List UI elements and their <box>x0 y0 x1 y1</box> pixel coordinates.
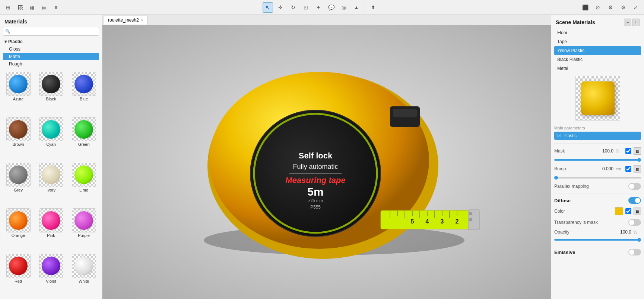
image-tool-btn[interactable]: 🖼 <box>15 2 25 13</box>
transparency-row: Transparency is mask <box>551 217 644 228</box>
bump-slider-row <box>551 174 644 181</box>
tab-close-btn[interactable]: × <box>141 18 143 22</box>
search-input[interactable] <box>3 27 99 36</box>
tab-bar: roulette_mesh2 × <box>102 15 551 25</box>
move-tool-btn[interactable]: ✛ <box>275 2 286 13</box>
list-item[interactable]: White <box>69 253 99 296</box>
viewport-canvas[interactable]: Self lock Fully automatic Measuring tape… <box>102 25 551 299</box>
svg-rect-28 <box>469 212 472 215</box>
scene-mat-yellow-plastic[interactable]: Yellow Plastic <box>554 46 641 55</box>
parallax-toggle[interactable] <box>628 183 641 190</box>
scene-mat-tape[interactable]: Tape <box>554 37 641 46</box>
menu-tool-btn[interactable]: ≡ <box>51 2 61 13</box>
tree-item-matte[interactable]: Matte <box>3 53 99 60</box>
toolbar-center: ↖ ✛ ↻ ⊡ ✦ 💬 ◎ ▲ ⬆ <box>263 2 378 13</box>
target-tool-btn[interactable]: ◎ <box>339 2 349 13</box>
mat-label-white: White <box>79 279 89 283</box>
opacity-row: Opacity 100.0 % <box>551 228 644 237</box>
svg-text:4: 4 <box>426 218 429 225</box>
tree-item-rough[interactable]: Rough <box>3 60 99 68</box>
cube-btn[interactable]: ⬛ <box>580 2 590 13</box>
list-item[interactable]: Violet <box>36 253 66 296</box>
list-item[interactable]: Azure <box>3 71 34 114</box>
gear-btn[interactable]: ⚙ <box>618 2 628 13</box>
scene-mat-floor[interactable]: Floor <box>554 28 641 37</box>
opacity-label: Opacity <box>554 229 610 235</box>
parallax-row: Parallax mapping <box>551 181 644 192</box>
list-item[interactable]: Orange <box>3 207 34 250</box>
collapse-icon: ▾ <box>4 39 7 44</box>
tree-category-label: Plastic <box>8 39 23 44</box>
list-item[interactable]: Cyan <box>36 116 66 159</box>
viewport-tab[interactable]: roulette_mesh2 × <box>104 16 147 25</box>
transparency-label: Transparency is mask <box>554 220 626 225</box>
list-item[interactable]: Lime <box>69 162 99 205</box>
main-area: Materials 🔍 ▾ Plastic Gloss Matte Rough … <box>0 15 644 299</box>
tree-category-plastic[interactable]: ▾ Plastic <box>3 38 99 45</box>
scale-tool-btn[interactable]: ⊡ <box>301 2 311 13</box>
chat-tool-btn[interactable]: 💬 <box>326 2 336 13</box>
list-item[interactable]: Grey <box>3 162 34 205</box>
mask-value: 100.0 <box>595 148 613 154</box>
plus-btn[interactable]: + <box>632 19 640 26</box>
color-file-btn[interactable]: ▦ <box>634 208 641 215</box>
list-item[interactable]: Ivory <box>36 162 66 205</box>
preview-box <box>575 76 620 120</box>
color-picker-btn[interactable] <box>615 207 623 215</box>
svg-text:P555: P555 <box>310 205 321 210</box>
mat-label-violet: Violet <box>46 279 56 283</box>
scene-materials-title: Scene Materials <box>556 19 595 25</box>
emissive-title: Emissive <box>554 250 575 255</box>
expand-btn[interactable]: ⤢ <box>631 2 641 13</box>
list-item[interactable]: Pink <box>36 207 66 250</box>
mask-file-btn[interactable]: ▦ <box>634 147 641 155</box>
chart-tool-btn[interactable]: ▤ <box>39 2 49 13</box>
svg-text:Fully automatic: Fully automatic <box>293 163 338 170</box>
mask-checkbox[interactable] <box>625 148 631 154</box>
grid-tool-btn[interactable]: ⊞ <box>3 2 13 13</box>
unknown-tool-btn[interactable]: ▲ <box>351 2 362 13</box>
bump-slider[interactable] <box>554 177 641 179</box>
rotate-tool-btn[interactable]: ↻ <box>288 2 298 13</box>
bone-tool-btn[interactable]: ✦ <box>313 2 324 13</box>
diffuse-toggle[interactable] <box>628 197 641 204</box>
settings2-btn[interactable]: ⚙ <box>605 2 616 13</box>
upload-btn[interactable]: ⬆ <box>368 2 378 13</box>
plastic-chip[interactable]: ☑ Plastic <box>554 132 641 140</box>
material-preview <box>551 73 644 123</box>
list-item[interactable]: Red <box>3 253 34 296</box>
mat-label-blue: Blue <box>80 97 88 101</box>
emissive-toggle[interactable] <box>628 249 641 255</box>
diffuse-section-header: Diffuse <box>551 195 644 205</box>
mat-label-black: Black <box>46 97 56 101</box>
list-item[interactable]: Green <box>69 116 99 159</box>
opacity-unit: % <box>634 230 641 234</box>
svg-text:Measuring tape: Measuring tape <box>285 176 345 185</box>
toolbar-separator <box>365 3 365 12</box>
color-checkbox[interactable] <box>625 208 631 214</box>
mat-label-purple: Purple <box>78 233 90 238</box>
toolbar-right: ⬛ ⊙ ⚙ ⚙ ⤢ <box>580 2 641 13</box>
divider-2 <box>554 193 641 193</box>
scene-mat-metal[interactable]: Metal <box>554 64 641 73</box>
list-item[interactable]: Black <box>36 71 66 114</box>
list-item[interactable]: Blue <box>69 71 99 114</box>
list-item[interactable]: Purple <box>69 207 99 250</box>
tree-item-gloss[interactable]: Gloss <box>3 45 99 53</box>
sphere-btn[interactable]: ⊙ <box>593 2 603 13</box>
bump-file-btn[interactable]: ▦ <box>634 165 641 173</box>
mat-label-orange: Orange <box>12 233 25 238</box>
toolbar-left: ⊞ 🖼 ▦ ▤ ≡ <box>3 2 61 13</box>
search-icon: 🔍 <box>5 29 10 34</box>
select-tool-btn[interactable]: ↖ <box>263 2 273 13</box>
opacity-slider[interactable] <box>554 239 641 241</box>
bump-checkbox[interactable] <box>625 166 631 172</box>
minus-btn[interactable]: − <box>624 19 631 26</box>
list-item[interactable]: Brown <box>3 116 34 159</box>
panel-header-buttons: − + <box>624 19 640 26</box>
mask-slider[interactable] <box>554 159 641 161</box>
scene-mat-black-plastic[interactable]: Black Plastic <box>554 55 641 64</box>
tab-label: roulette_mesh2 <box>108 17 139 23</box>
table-tool-btn[interactable]: ▦ <box>27 2 37 13</box>
transparency-toggle[interactable] <box>628 219 641 226</box>
